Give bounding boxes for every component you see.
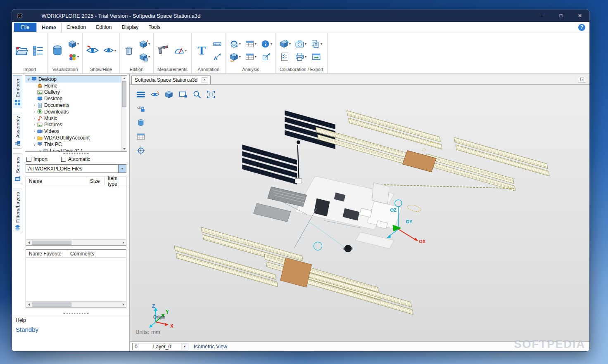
chevron-down-icon[interactable]: ∨ xyxy=(38,149,43,152)
viewport-menu-button[interactable] xyxy=(136,90,146,99)
chevron-down-icon[interactable]: ▾ xyxy=(77,55,79,59)
tree-item-wdagutilityaccount[interactable]: › WDAGUtilityAccount xyxy=(25,135,121,141)
print-button[interactable]: ▾ xyxy=(294,52,307,62)
chevron-down-icon[interactable]: ▾ xyxy=(148,55,150,59)
scrollbar-thumb[interactable] xyxy=(32,303,71,307)
show-hide-button[interactable] xyxy=(86,43,100,57)
chevron-right-icon[interactable]: › xyxy=(32,136,37,140)
tree-item-pictures[interactable]: › Pictures xyxy=(25,122,121,128)
delete-button[interactable] xyxy=(123,44,135,57)
orbit-view-button[interactable] xyxy=(150,90,160,99)
import-checkbox-group[interactable]: Import xyxy=(26,156,48,162)
tab-home[interactable]: Home xyxy=(36,23,62,33)
files-table-body[interactable] xyxy=(26,185,126,239)
help-button[interactable]: ? xyxy=(578,24,585,31)
tab-options-button[interactable] xyxy=(578,76,586,83)
tab-display[interactable]: Display xyxy=(116,23,143,32)
tab-edition[interactable]: Edition xyxy=(91,23,116,32)
maximize-button[interactable]: □ xyxy=(551,9,570,22)
open-folder-button[interactable] xyxy=(15,44,28,57)
visibility-options-button[interactable]: ▾ xyxy=(103,45,116,56)
import-list-button[interactable] xyxy=(31,44,45,57)
tree-item-music[interactable]: › Music xyxy=(25,115,121,122)
chevron-right-icon[interactable]: › xyxy=(32,110,37,114)
shaded-view-button[interactable] xyxy=(164,90,174,99)
fit-view-button[interactable] xyxy=(206,90,216,99)
scroll-left-button[interactable] xyxy=(26,302,31,307)
chevron-down-icon[interactable]: ▾ xyxy=(239,55,241,59)
document-tab[interactable]: Softpedia Space Station.a3d ✕ xyxy=(131,75,211,84)
rotation-center-button[interactable] xyxy=(136,146,146,156)
caliper-measure-button[interactable] xyxy=(157,44,170,57)
compare-models-button[interactable]: ▾ xyxy=(229,52,241,62)
solar-array-dark-group[interactable] xyxy=(242,111,335,184)
exchange-3d-button[interactable]: ▾ xyxy=(279,39,291,49)
favorites-table-body[interactable] xyxy=(26,258,126,301)
tree-item-desktop-root[interactable]: ∨ Desktop xyxy=(25,76,121,83)
chevron-down-icon[interactable]: ∨ xyxy=(26,77,31,81)
side-tab-scenes[interactable]: Scenes xyxy=(13,153,22,184)
tree-item-downloads[interactable]: › Downloads xyxy=(25,109,121,115)
dropdown-arrow-button[interactable] xyxy=(118,165,126,173)
automatic-checkbox-group[interactable]: Automatic xyxy=(59,156,90,162)
chevron-right-icon[interactable]: › xyxy=(32,129,37,133)
chevron-down-icon[interactable]: ▾ xyxy=(305,42,306,46)
chevron-down-icon[interactable]: ▾ xyxy=(305,55,306,59)
column-header-name[interactable]: Name xyxy=(26,177,87,185)
chevron-down-icon[interactable]: ▾ xyxy=(77,42,79,46)
text-annotation-button[interactable]: T xyxy=(195,43,209,58)
scroll-right-button[interactable] xyxy=(121,302,126,307)
tree-item-desktop[interactable]: Desktop xyxy=(25,95,121,102)
side-tab-filters-layers[interactable]: Filters/Layers xyxy=(13,189,22,234)
scrollbar-thumb[interactable] xyxy=(122,81,126,107)
export-result-button[interactable] xyxy=(260,52,273,62)
chevron-down-icon[interactable]: ▾ xyxy=(255,42,256,46)
zoom-button[interactable] xyxy=(192,90,202,99)
file-menu-button[interactable]: File xyxy=(14,23,36,32)
chevron-right-icon[interactable]: › xyxy=(32,103,37,107)
tree-item-documents[interactable]: › Documents xyxy=(25,102,121,109)
import-checkbox[interactable] xyxy=(26,157,31,162)
chevron-down-icon[interactable]: ▾ xyxy=(114,49,116,52)
file-type-dropdown[interactable]: All WORKXPLORE Files xyxy=(26,164,126,173)
report-checklist-button[interactable] xyxy=(279,52,291,62)
dimension-annotation-button[interactable] xyxy=(212,39,223,49)
tree-item-home[interactable]: Home xyxy=(25,83,121,89)
minimize-button[interactable]: ─ xyxy=(532,9,551,22)
chevron-down-icon[interactable]: ▾ xyxy=(239,42,241,46)
close-button[interactable]: ✕ xyxy=(570,9,589,22)
tab-close-button[interactable]: ✕ xyxy=(202,77,207,83)
column-header-comments[interactable]: Comments xyxy=(67,250,126,258)
add-entity-button[interactable]: + ▾ xyxy=(138,39,150,49)
scroll-left-button[interactable] xyxy=(26,240,31,245)
central-modules[interactable] xyxy=(254,176,402,253)
tab-creation[interactable]: Creation xyxy=(62,23,91,32)
chevron-down-icon[interactable]: ▾ xyxy=(271,42,272,46)
leader-annotation-button[interactable]: A xyxy=(212,52,223,62)
chevron-down-icon[interactable]: ▾ xyxy=(148,42,150,46)
chevron-down-icon[interactable]: ▾ xyxy=(255,55,256,59)
space-station-model[interactable]: OZ OY OX Z xyxy=(130,85,589,341)
scrollbar-thumb[interactable] xyxy=(32,241,71,245)
analysis-table-button[interactable]: ▾ xyxy=(245,39,257,49)
tree-item-local-disk-c[interactable]: ∨ Local Disk (C:) xyxy=(25,148,121,152)
grid-display-button[interactable] xyxy=(136,132,146,142)
window-zoom-button[interactable] xyxy=(178,90,188,99)
color-palette-button[interactable]: ▾ xyxy=(67,52,79,62)
edit-entity-button[interactable]: ▾ xyxy=(138,52,150,62)
files-table-hscrollbar[interactable] xyxy=(26,239,126,245)
angle-measure-button[interactable]: ▾ xyxy=(173,45,187,57)
scroll-right-button[interactable] xyxy=(121,240,126,245)
3d-viewport[interactable]: OZ OY OX Z xyxy=(130,84,589,341)
chevron-down-icon[interactable]: ▾ xyxy=(321,42,322,46)
side-tab-assembly[interactable]: Assembly xyxy=(13,113,22,149)
information-button[interactable]: i ▾ xyxy=(260,39,273,49)
panel-resize-handle[interactable] xyxy=(25,152,127,155)
column-header-size[interactable]: Size xyxy=(87,177,105,185)
display-mode-button[interactable]: ▾ xyxy=(67,39,79,49)
scroll-down-button[interactable] xyxy=(121,146,127,151)
tree-item-videos[interactable]: › Videos xyxy=(25,128,121,135)
chevron-down-icon[interactable]: ∨ xyxy=(32,142,37,147)
tree-item-gallery[interactable]: Gallery xyxy=(25,89,121,96)
side-tab-explorer[interactable]: Explorer xyxy=(13,75,22,108)
